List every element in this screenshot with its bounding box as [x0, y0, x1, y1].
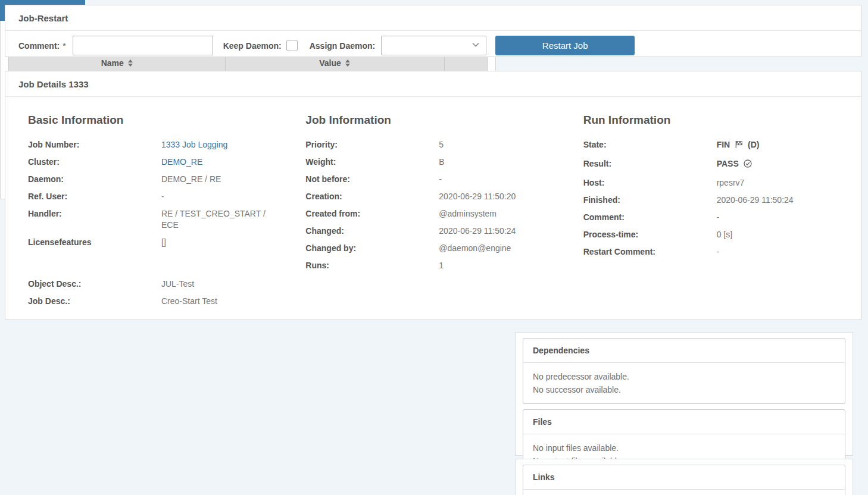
detail-value: -: [439, 174, 552, 185]
detail-row: Runs: 1: [305, 260, 583, 271]
job-information-column: Job Information Priority: 5 Weight: B No…: [305, 114, 583, 313]
detail-label: Weight:: [305, 156, 439, 168]
detail-label: Restart Comment:: [583, 246, 717, 258]
state-value: FIN (D): [717, 139, 848, 152]
links-body: [523, 490, 845, 495]
dependencies-body: No predecessor available. No successor a…: [523, 363, 845, 403]
restart-job-button[interactable]: Restart Job: [495, 36, 635, 55]
state-suffix: (D): [748, 140, 759, 149]
dependencies-title: Dependencies: [523, 339, 845, 363]
detail-label: Finished:: [583, 195, 717, 206]
detail-row: Creation: 2020-06-29 11:50:20: [305, 191, 583, 202]
detail-value: -: [717, 246, 830, 258]
detail-label: Job Number:: [28, 139, 161, 151]
detail-row: Changed: 2020-06-29 11:50:24: [305, 225, 583, 237]
detail-row: Restart Comment: -: [583, 246, 861, 258]
detail-value: Creo-Start Test: [161, 296, 274, 307]
detail-value: 1: [439, 260, 552, 271]
detail-value: 2020-06-29 11:50:24: [717, 195, 830, 206]
run-information-column: Run Information State: FIN: [583, 114, 861, 313]
detail-label: State:: [583, 139, 717, 152]
comment-input[interactable]: [73, 36, 213, 55]
job-details-title: Job Details 1333: [5, 71, 861, 97]
detail-row: Object Desc.: JUL-Test: [28, 278, 305, 290]
detail-value: -: [161, 191, 274, 202]
detail-value: DEMO_RE / RE: [161, 174, 274, 185]
result-value: PASS: [717, 158, 848, 171]
result-text: PASS: [717, 159, 739, 168]
detail-label: Cluster:: [28, 156, 161, 168]
detail-row: Job Desc.: Creo-Start Test: [28, 296, 305, 307]
links-card: Links: [523, 465, 845, 495]
detail-value: @daemon@engine: [439, 243, 552, 254]
detail-row: Comment: -: [583, 212, 861, 223]
job-details-panel: Job Details 1333 Basic Information Job N…: [5, 71, 861, 320]
sort-icon: [345, 59, 350, 67]
detail-label: Changed by:: [305, 243, 439, 254]
detail-row: Job Number: 1333 Job Logging: [28, 139, 305, 151]
detail-value: []: [161, 237, 274, 248]
detail-value: 5: [439, 139, 552, 151]
files-title: Files: [523, 410, 845, 434]
detail-value: JUL-Test: [161, 278, 274, 290]
links-title: Links: [523, 465, 845, 490]
keep-daemon-label: Keep Daemon:: [223, 41, 282, 51]
detail-row: Created from: @adminsystem: [305, 208, 583, 220]
detail-value: 0 [s]: [717, 229, 830, 240]
detail-row: Changed by: @daemon@engine: [305, 243, 583, 254]
keep-daemon-checkbox[interactable]: [286, 40, 298, 51]
check-circle-icon: [743, 161, 753, 170]
detail-label: Job Desc.:: [28, 296, 161, 307]
job-information-title: Job Information: [305, 114, 583, 127]
finish-flag-icon: [734, 142, 746, 151]
detail-value: RE / TEST_CREO_START / ECE: [161, 208, 274, 231]
run-information-title: Run Information: [583, 114, 861, 127]
no-predecessor-text: No predecessor available.: [533, 370, 835, 383]
chevron-down-icon: [470, 39, 481, 52]
detail-row: Cluster: DEMO_RE: [28, 156, 305, 168]
detail-value: 2020-06-29 11:50:24: [439, 225, 552, 237]
detail-label: Priority:: [305, 139, 439, 151]
detail-row: Finished: 2020-06-29 11:50:24: [583, 195, 861, 206]
detail-row: Not before: -: [305, 174, 583, 185]
detail-row: Daemon: DEMO_RE / RE: [28, 174, 305, 185]
detail-row: Priority: 5: [305, 139, 583, 151]
no-input-files-text: No input files available.: [533, 441, 835, 455]
detail-row: Host: rpesrv7: [583, 177, 861, 189]
assign-daemon-label: Assign Daemon:: [310, 41, 375, 51]
detail-label: Created from:: [305, 208, 439, 220]
dependencies-card: Dependencies No predecessor available. N…: [523, 338, 845, 404]
assign-daemon-select[interactable]: [381, 36, 486, 55]
state-text: FIN: [717, 140, 730, 149]
no-successor-text: No successor available.: [533, 383, 835, 396]
detail-label: Object Desc.:: [28, 278, 161, 290]
detail-label: Host:: [583, 177, 717, 189]
comment-label: Comment:: [18, 41, 60, 51]
detail-label: Creation:: [305, 191, 439, 202]
detail-label: Changed:: [305, 225, 439, 237]
job-restart-panel: Job-Restart Comment: * Keep Daemon: Assi…: [5, 5, 861, 57]
job-number-link[interactable]: 1333 Job Logging: [161, 139, 274, 151]
detail-row: Ref. User: -: [28, 191, 305, 202]
sort-icon: [128, 59, 133, 67]
detail-row: Process-time: 0 [s]: [583, 229, 861, 240]
cluster-link[interactable]: DEMO_RE: [161, 156, 274, 168]
detail-label: Runs:: [305, 260, 439, 271]
detail-value: @adminsystem: [439, 208, 552, 220]
detail-label: Not before:: [305, 174, 439, 185]
detail-label: Handler:: [28, 208, 161, 231]
detail-label: Ref. User:: [28, 191, 161, 202]
basic-information-column: Basic Information Job Number: 1333 Job L…: [28, 114, 305, 313]
detail-value: -: [717, 212, 830, 223]
detail-label: Result:: [583, 158, 717, 171]
state-row: State: FIN (D): [583, 139, 861, 152]
detail-row: Weight: B: [305, 156, 583, 168]
dependencies-files-group: Dependencies No predecessor available. N…: [515, 332, 853, 456]
detail-value: rpesrv7: [717, 177, 830, 189]
detail-label: Process-time:: [583, 229, 717, 240]
links-group: Links: [515, 459, 853, 495]
detail-value: B: [439, 156, 552, 168]
detail-row: Handler: RE / TEST_CREO_START / ECE: [28, 208, 305, 231]
required-marker: *: [63, 41, 65, 51]
result-row: Result: PASS: [583, 158, 861, 171]
